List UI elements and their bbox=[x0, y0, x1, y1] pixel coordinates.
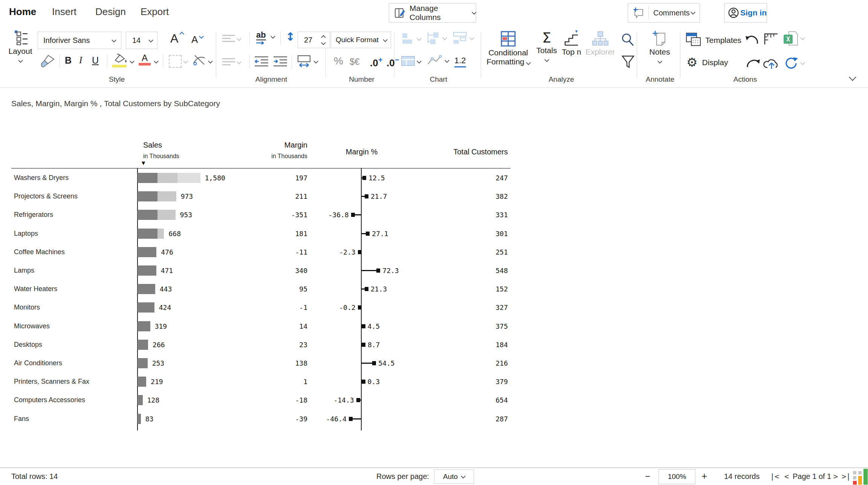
page-first-button[interactable]: |< bbox=[770, 472, 779, 481]
zoom-out-button[interactable]: − bbox=[645, 471, 650, 482]
column-header-margin[interactable]: Margin bbox=[232, 141, 307, 149]
table-row[interactable]: Washers & Dryers1,58019712.5247 bbox=[0, 169, 565, 187]
bold-button[interactable]: B bbox=[65, 55, 72, 66]
align-lines-icon bbox=[222, 34, 236, 44]
customers-value: 654 bbox=[452, 391, 508, 409]
table-row[interactable]: Microwaves319144.5375 bbox=[0, 317, 565, 336]
chevron-down-icon[interactable] bbox=[183, 59, 188, 64]
table-row[interactable]: Computers Accessories128-18-14.3654 bbox=[0, 391, 565, 409]
manage-columns-button[interactable]: Manage Columns bbox=[389, 3, 476, 23]
font-size-select[interactable]: 14 bbox=[126, 32, 157, 49]
totals-button[interactable]: Σ Totals bbox=[533, 29, 560, 63]
increase-indent-button[interactable] bbox=[274, 56, 288, 69]
shrink-font-button[interactable]: A bbox=[191, 34, 198, 46]
chart-type-bar-button[interactable] bbox=[402, 32, 415, 46]
column-header-sales[interactable]: Sales bbox=[143, 141, 162, 149]
chevron-down-icon[interactable] bbox=[321, 40, 326, 45]
table-row[interactable]: Water Heaters4439521.3152 bbox=[0, 280, 565, 298]
page-next-button[interactable]: > bbox=[833, 472, 838, 481]
top-n-button[interactable]: ▼ Top n bbox=[559, 29, 584, 56]
table-row[interactable]: Desktops266238.7184 bbox=[0, 336, 565, 354]
tab-design[interactable]: Design bbox=[95, 6, 126, 18]
chevron-down-icon[interactable] bbox=[154, 59, 159, 64]
table-row[interactable]: Laptops66818127.1301 bbox=[0, 224, 565, 243]
search-button[interactable] bbox=[621, 33, 634, 48]
table-row[interactable]: Lamps47134072.3548 bbox=[0, 261, 565, 280]
sort-desc-icon[interactable]: ▼ bbox=[142, 160, 145, 166]
currency-format-button[interactable]: $€ bbox=[350, 56, 360, 67]
tab-insert[interactable]: Insert bbox=[52, 6, 76, 18]
decrease-indent-button[interactable] bbox=[255, 56, 269, 69]
sign-in-button[interactable]: Sign in bbox=[724, 3, 767, 23]
cloud-upload-button[interactable] bbox=[763, 56, 781, 72]
column-header-total-customers[interactable]: Total Customers bbox=[422, 148, 508, 156]
percent-format-button[interactable]: % bbox=[334, 55, 343, 67]
text-wrap-button[interactable]: ab bbox=[256, 30, 266, 40]
conditional-formatting-button[interactable]: Conditional Formatting bbox=[484, 31, 532, 66]
table-row[interactable]: Printers, Scanners & Fax21910.3379 bbox=[0, 372, 565, 391]
table-row[interactable]: Fans83-39-46.4287 bbox=[0, 410, 565, 428]
divider bbox=[648, 6, 649, 19]
notes-button[interactable]: Notes bbox=[646, 30, 673, 64]
row-label: Lamps bbox=[14, 261, 34, 280]
table-row[interactable]: Refrigerators953-351-36.8331 bbox=[0, 206, 565, 224]
chevron-down-icon bbox=[526, 60, 531, 65]
sales-value: 476 bbox=[161, 243, 173, 261]
borders-button[interactable] bbox=[169, 55, 182, 68]
page-prev-button[interactable]: < bbox=[784, 472, 789, 481]
column-header-margin-pct[interactable]: Margin % bbox=[329, 148, 394, 156]
format-painter-button[interactable] bbox=[40, 54, 55, 69]
row-height-stepper[interactable]: 27 bbox=[298, 32, 330, 48]
collapse-ribbon-icon[interactable] bbox=[849, 73, 856, 81]
table-row[interactable]: Air Conditioners25313854.5216 bbox=[0, 354, 565, 372]
sales-value: 319 bbox=[155, 317, 167, 336]
logo-orange-bar bbox=[858, 476, 862, 485]
italic-button[interactable]: I bbox=[79, 55, 82, 66]
underline-button[interactable]: U bbox=[92, 55, 99, 66]
tab-home[interactable]: Home bbox=[9, 6, 36, 18]
sales-bar bbox=[138, 210, 176, 220]
table-view-button[interactable] bbox=[401, 56, 415, 68]
export-excel-button[interactable]: X bbox=[783, 31, 799, 48]
table-row[interactable]: Projectors & Screens97321121.7382 bbox=[0, 187, 565, 206]
rows-per-page-select[interactable]: Auto bbox=[434, 470, 474, 484]
fill-color-button[interactable] bbox=[112, 53, 128, 67]
font-name-select[interactable]: Inforiver Sans bbox=[38, 32, 121, 49]
tab-export[interactable]: Export bbox=[141, 6, 169, 18]
undo-button[interactable] bbox=[744, 33, 760, 47]
table-row[interactable]: Coffee Machines476-11-2.3251 bbox=[0, 243, 565, 261]
chevron-down-icon bbox=[313, 59, 318, 64]
vertical-align-button[interactable] bbox=[222, 57, 236, 69]
layout-button[interactable]: Layout bbox=[5, 30, 35, 83]
zoom-level-box[interactable]: 100% bbox=[659, 469, 695, 484]
redo-button[interactable] bbox=[746, 57, 761, 72]
chart-type-layout-button[interactable] bbox=[453, 32, 468, 46]
increase-decimal-button[interactable]: .0+ bbox=[370, 56, 382, 69]
zoom-in-button[interactable]: + bbox=[701, 470, 707, 482]
templates-button[interactable]: Templates bbox=[686, 32, 741, 48]
chevron-up-icon[interactable] bbox=[321, 35, 326, 40]
decrease-decimal-button[interactable]: .0− bbox=[387, 56, 399, 69]
column-width-button[interactable] bbox=[297, 55, 312, 69]
comments-button[interactable]: Comments bbox=[628, 3, 700, 23]
decimal-precision-button[interactable]: 1.2 bbox=[454, 56, 466, 67]
clear-style-button[interactable] bbox=[192, 53, 206, 68]
grow-font-button[interactable]: A bbox=[170, 32, 178, 46]
refresh-button[interactable] bbox=[784, 56, 799, 72]
divider bbox=[394, 32, 394, 78]
chart-type-hierarchy-button[interactable] bbox=[426, 32, 441, 46]
table-row[interactable]: Monitors424-1-0.2327 bbox=[0, 298, 565, 317]
chevron-down-icon[interactable] bbox=[130, 59, 134, 64]
horizontal-align-button[interactable] bbox=[222, 34, 236, 45]
font-color-button[interactable]: A bbox=[139, 53, 151, 66]
inforiver-logo[interactable] bbox=[853, 469, 868, 485]
display-button[interactable]: ⚙ Display bbox=[686, 56, 728, 69]
customers-value: 327 bbox=[452, 298, 508, 317]
ruler-button[interactable] bbox=[763, 32, 778, 47]
filter-button[interactable] bbox=[622, 55, 634, 71]
chevron-down-icon[interactable] bbox=[208, 59, 213, 64]
sparkline-button[interactable] bbox=[427, 55, 443, 68]
page-last-button[interactable]: >| bbox=[842, 472, 851, 481]
quick-format-select[interactable]: Quick Format bbox=[331, 32, 391, 48]
explorer-button[interactable]: Explorer bbox=[585, 31, 616, 56]
